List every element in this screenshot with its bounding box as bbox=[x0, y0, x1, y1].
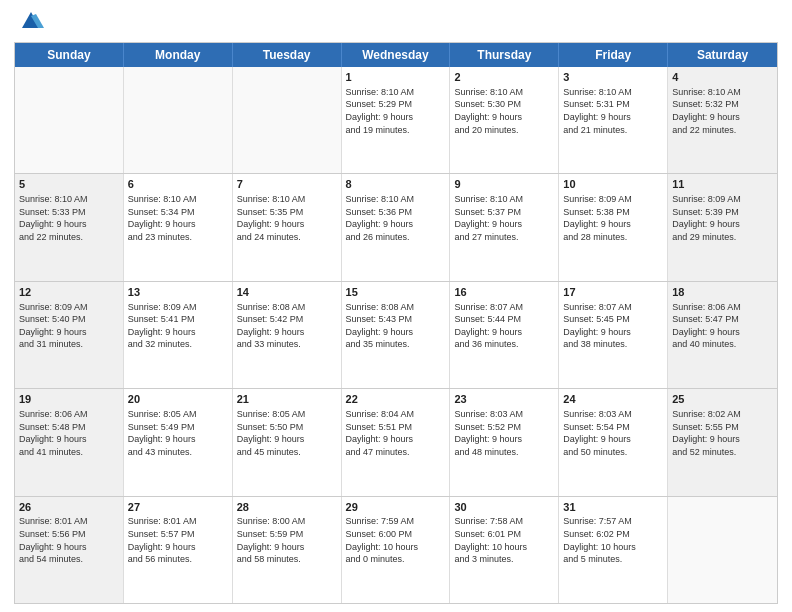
calendar-header-cell: Thursday bbox=[450, 43, 559, 67]
day-number: 23 bbox=[454, 392, 554, 407]
calendar-cell: 16Sunrise: 8:07 AM Sunset: 5:44 PM Dayli… bbox=[450, 282, 559, 388]
day-number: 1 bbox=[346, 70, 446, 85]
cell-info: Sunrise: 8:10 AM Sunset: 5:30 PM Dayligh… bbox=[454, 86, 554, 136]
calendar-cell: 9Sunrise: 8:10 AM Sunset: 5:37 PM Daylig… bbox=[450, 174, 559, 280]
day-number: 28 bbox=[237, 500, 337, 515]
cell-info: Sunrise: 8:09 AM Sunset: 5:40 PM Dayligh… bbox=[19, 301, 119, 351]
cell-info: Sunrise: 8:09 AM Sunset: 5:38 PM Dayligh… bbox=[563, 193, 663, 243]
calendar-cell: 19Sunrise: 8:06 AM Sunset: 5:48 PM Dayli… bbox=[15, 389, 124, 495]
day-number: 16 bbox=[454, 285, 554, 300]
cell-info: Sunrise: 8:08 AM Sunset: 5:43 PM Dayligh… bbox=[346, 301, 446, 351]
day-number: 6 bbox=[128, 177, 228, 192]
calendar-header-cell: Monday bbox=[124, 43, 233, 67]
cell-info: Sunrise: 8:02 AM Sunset: 5:55 PM Dayligh… bbox=[672, 408, 773, 458]
day-number: 31 bbox=[563, 500, 663, 515]
cell-info: Sunrise: 8:10 AM Sunset: 5:37 PM Dayligh… bbox=[454, 193, 554, 243]
calendar-header-row: SundayMondayTuesdayWednesdayThursdayFrid… bbox=[15, 43, 777, 67]
calendar-cell: 23Sunrise: 8:03 AM Sunset: 5:52 PM Dayli… bbox=[450, 389, 559, 495]
cell-info: Sunrise: 8:10 AM Sunset: 5:36 PM Dayligh… bbox=[346, 193, 446, 243]
cell-info: Sunrise: 8:06 AM Sunset: 5:47 PM Dayligh… bbox=[672, 301, 773, 351]
calendar-cell: 8Sunrise: 8:10 AM Sunset: 5:36 PM Daylig… bbox=[342, 174, 451, 280]
calendar-header-cell: Tuesday bbox=[233, 43, 342, 67]
day-number: 18 bbox=[672, 285, 773, 300]
calendar-header-cell: Friday bbox=[559, 43, 668, 67]
day-number: 22 bbox=[346, 392, 446, 407]
calendar-cell: 25Sunrise: 8:02 AM Sunset: 5:55 PM Dayli… bbox=[668, 389, 777, 495]
calendar-cell: 21Sunrise: 8:05 AM Sunset: 5:50 PM Dayli… bbox=[233, 389, 342, 495]
cell-info: Sunrise: 8:07 AM Sunset: 5:45 PM Dayligh… bbox=[563, 301, 663, 351]
calendar-cell: 10Sunrise: 8:09 AM Sunset: 5:38 PM Dayli… bbox=[559, 174, 668, 280]
cell-info: Sunrise: 8:10 AM Sunset: 5:33 PM Dayligh… bbox=[19, 193, 119, 243]
cell-info: Sunrise: 7:57 AM Sunset: 6:02 PM Dayligh… bbox=[563, 515, 663, 565]
day-number: 11 bbox=[672, 177, 773, 192]
cell-info: Sunrise: 8:10 AM Sunset: 5:34 PM Dayligh… bbox=[128, 193, 228, 243]
calendar-cell bbox=[668, 497, 777, 603]
cell-info: Sunrise: 8:08 AM Sunset: 5:42 PM Dayligh… bbox=[237, 301, 337, 351]
cell-info: Sunrise: 7:58 AM Sunset: 6:01 PM Dayligh… bbox=[454, 515, 554, 565]
cell-info: Sunrise: 8:05 AM Sunset: 5:49 PM Dayligh… bbox=[128, 408, 228, 458]
calendar-cell bbox=[15, 67, 124, 173]
cell-info: Sunrise: 8:10 AM Sunset: 5:29 PM Dayligh… bbox=[346, 86, 446, 136]
cell-info: Sunrise: 8:09 AM Sunset: 5:39 PM Dayligh… bbox=[672, 193, 773, 243]
day-number: 5 bbox=[19, 177, 119, 192]
day-number: 3 bbox=[563, 70, 663, 85]
day-number: 12 bbox=[19, 285, 119, 300]
cell-info: Sunrise: 8:06 AM Sunset: 5:48 PM Dayligh… bbox=[19, 408, 119, 458]
calendar-header-cell: Sunday bbox=[15, 43, 124, 67]
calendar-cell: 22Sunrise: 8:04 AM Sunset: 5:51 PM Dayli… bbox=[342, 389, 451, 495]
calendar-cell: 4Sunrise: 8:10 AM Sunset: 5:32 PM Daylig… bbox=[668, 67, 777, 173]
day-number: 17 bbox=[563, 285, 663, 300]
day-number: 7 bbox=[237, 177, 337, 192]
calendar-cell: 11Sunrise: 8:09 AM Sunset: 5:39 PM Dayli… bbox=[668, 174, 777, 280]
day-number: 2 bbox=[454, 70, 554, 85]
calendar-cell: 30Sunrise: 7:58 AM Sunset: 6:01 PM Dayli… bbox=[450, 497, 559, 603]
calendar-week: 19Sunrise: 8:06 AM Sunset: 5:48 PM Dayli… bbox=[15, 389, 777, 496]
calendar: SundayMondayTuesdayWednesdayThursdayFrid… bbox=[14, 42, 778, 604]
day-number: 10 bbox=[563, 177, 663, 192]
calendar-cell: 27Sunrise: 8:01 AM Sunset: 5:57 PM Dayli… bbox=[124, 497, 233, 603]
calendar-header-cell: Saturday bbox=[668, 43, 777, 67]
cell-info: Sunrise: 8:00 AM Sunset: 5:59 PM Dayligh… bbox=[237, 515, 337, 565]
cell-info: Sunrise: 7:59 AM Sunset: 6:00 PM Dayligh… bbox=[346, 515, 446, 565]
calendar-cell: 3Sunrise: 8:10 AM Sunset: 5:31 PM Daylig… bbox=[559, 67, 668, 173]
logo-icon bbox=[16, 6, 46, 36]
cell-info: Sunrise: 8:10 AM Sunset: 5:31 PM Dayligh… bbox=[563, 86, 663, 136]
calendar-cell bbox=[233, 67, 342, 173]
calendar-week: 1Sunrise: 8:10 AM Sunset: 5:29 PM Daylig… bbox=[15, 67, 777, 174]
cell-info: Sunrise: 8:01 AM Sunset: 5:57 PM Dayligh… bbox=[128, 515, 228, 565]
calendar-cell: 6Sunrise: 8:10 AM Sunset: 5:34 PM Daylig… bbox=[124, 174, 233, 280]
calendar-cell: 24Sunrise: 8:03 AM Sunset: 5:54 PM Dayli… bbox=[559, 389, 668, 495]
day-number: 8 bbox=[346, 177, 446, 192]
calendar-cell: 14Sunrise: 8:08 AM Sunset: 5:42 PM Dayli… bbox=[233, 282, 342, 388]
day-number: 13 bbox=[128, 285, 228, 300]
calendar-week: 5Sunrise: 8:10 AM Sunset: 5:33 PM Daylig… bbox=[15, 174, 777, 281]
day-number: 20 bbox=[128, 392, 228, 407]
cell-info: Sunrise: 8:04 AM Sunset: 5:51 PM Dayligh… bbox=[346, 408, 446, 458]
day-number: 27 bbox=[128, 500, 228, 515]
calendar-cell: 13Sunrise: 8:09 AM Sunset: 5:41 PM Dayli… bbox=[124, 282, 233, 388]
cell-info: Sunrise: 8:09 AM Sunset: 5:41 PM Dayligh… bbox=[128, 301, 228, 351]
day-number: 15 bbox=[346, 285, 446, 300]
calendar-cell: 20Sunrise: 8:05 AM Sunset: 5:49 PM Dayli… bbox=[124, 389, 233, 495]
day-number: 29 bbox=[346, 500, 446, 515]
calendar-week: 12Sunrise: 8:09 AM Sunset: 5:40 PM Dayli… bbox=[15, 282, 777, 389]
page: SundayMondayTuesdayWednesdayThursdayFrid… bbox=[0, 0, 792, 612]
cell-info: Sunrise: 8:03 AM Sunset: 5:52 PM Dayligh… bbox=[454, 408, 554, 458]
calendar-cell: 28Sunrise: 8:00 AM Sunset: 5:59 PM Dayli… bbox=[233, 497, 342, 603]
logo bbox=[14, 10, 46, 36]
day-number: 21 bbox=[237, 392, 337, 407]
day-number: 9 bbox=[454, 177, 554, 192]
cell-info: Sunrise: 8:03 AM Sunset: 5:54 PM Dayligh… bbox=[563, 408, 663, 458]
calendar-cell: 12Sunrise: 8:09 AM Sunset: 5:40 PM Dayli… bbox=[15, 282, 124, 388]
day-number: 24 bbox=[563, 392, 663, 407]
header bbox=[14, 10, 778, 36]
day-number: 19 bbox=[19, 392, 119, 407]
calendar-body: 1Sunrise: 8:10 AM Sunset: 5:29 PM Daylig… bbox=[15, 67, 777, 603]
day-number: 30 bbox=[454, 500, 554, 515]
calendar-cell: 15Sunrise: 8:08 AM Sunset: 5:43 PM Dayli… bbox=[342, 282, 451, 388]
cell-info: Sunrise: 8:05 AM Sunset: 5:50 PM Dayligh… bbox=[237, 408, 337, 458]
calendar-week: 26Sunrise: 8:01 AM Sunset: 5:56 PM Dayli… bbox=[15, 497, 777, 603]
day-number: 26 bbox=[19, 500, 119, 515]
calendar-cell: 2Sunrise: 8:10 AM Sunset: 5:30 PM Daylig… bbox=[450, 67, 559, 173]
calendar-cell: 26Sunrise: 8:01 AM Sunset: 5:56 PM Dayli… bbox=[15, 497, 124, 603]
